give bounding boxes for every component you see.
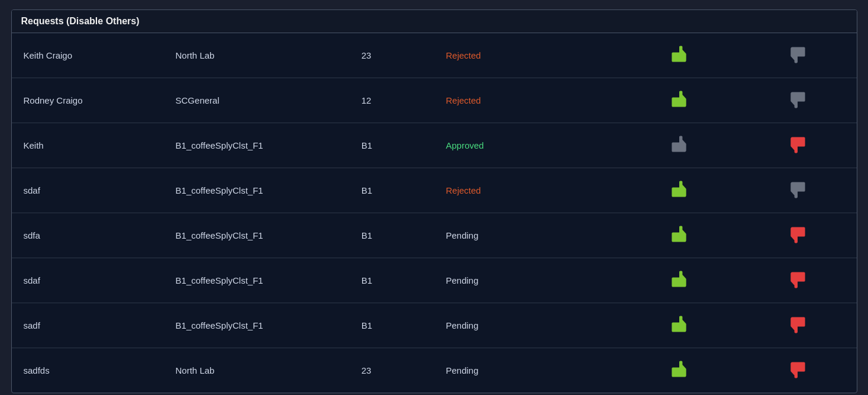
cell-location: North Lab <box>164 33 350 78</box>
thumb-down-icon[interactable] <box>787 89 808 110</box>
cell-thumb-up[interactable] <box>620 303 738 348</box>
cell-thumb-up[interactable] <box>620 168 738 213</box>
table-row: sdaf B1_coffeeSplyClst_F1 B1 Pending <box>12 258 857 303</box>
table-row: sadfds North Lab 23 Pending <box>12 348 857 393</box>
cell-name: Keith Craigo <box>12 33 164 78</box>
thumb-up-icon[interactable] <box>669 179 690 200</box>
thumb-down-icon[interactable] <box>787 314 808 335</box>
cell-status: Approved <box>434 123 619 168</box>
cell-thumb-down[interactable] <box>738 258 857 303</box>
thumb-up-icon[interactable] <box>669 314 690 335</box>
thumb-down-icon[interactable] <box>787 269 808 290</box>
cell-thumb-down[interactable] <box>738 303 857 348</box>
cell-name: sadf <box>12 303 164 348</box>
cell-name: sdaf <box>12 168 164 213</box>
table-row: Rodney Craigo SCGeneral 12 Rejected <box>12 78 857 123</box>
cell-location: B1_coffeeSplyClst_F1 <box>164 213 350 258</box>
cell-id: B1 <box>350 168 434 213</box>
cell-thumb-down[interactable] <box>738 78 857 123</box>
cell-location: B1_coffeeSplyClst_F1 <box>164 123 350 168</box>
cell-status: Pending <box>434 348 619 393</box>
requests-panel: Requests (Disable Others) Keith Craigo N… <box>11 9 857 393</box>
thumb-up-icon[interactable] <box>669 134 690 155</box>
cell-location: SCGeneral <box>164 78 350 123</box>
cell-name: sdfa <box>12 213 164 258</box>
cell-id: 12 <box>350 78 434 123</box>
cell-location: North Lab <box>164 348 350 393</box>
cell-id: B1 <box>350 123 434 168</box>
cell-thumb-up[interactable] <box>620 258 738 303</box>
cell-id: B1 <box>350 303 434 348</box>
cell-status: Pending <box>434 213 619 258</box>
cell-id: 23 <box>350 33 434 78</box>
cell-thumb-up[interactable] <box>620 78 738 123</box>
cell-location: B1_coffeeSplyClst_F1 <box>164 168 350 213</box>
cell-name: Rodney Craigo <box>12 78 164 123</box>
table-row: Keith B1_coffeeSplyClst_F1 B1 Approved <box>12 123 857 168</box>
cell-thumb-down[interactable] <box>738 348 857 393</box>
thumb-up-icon[interactable] <box>669 89 690 110</box>
table-row: sadf B1_coffeeSplyClst_F1 B1 Pending <box>12 303 857 348</box>
cell-name: sdaf <box>12 258 164 303</box>
thumb-down-icon[interactable] <box>787 359 808 380</box>
cell-thumb-up[interactable] <box>620 213 738 258</box>
cell-location: B1_coffeeSplyClst_F1 <box>164 258 350 303</box>
panel-header: Requests (Disable Others) <box>12 10 857 33</box>
thumb-up-icon[interactable] <box>669 44 690 65</box>
cell-thumb-down[interactable] <box>738 213 857 258</box>
cell-status: Pending <box>434 258 619 303</box>
thumb-down-icon[interactable] <box>787 44 808 65</box>
panel-title: Requests (Disable Others) <box>21 16 140 26</box>
cell-location: B1_coffeeSplyClst_F1 <box>164 303 350 348</box>
thumb-down-icon[interactable] <box>787 179 808 200</box>
table-row: sdfa B1_coffeeSplyClst_F1 B1 Pending <box>12 213 857 258</box>
cell-thumb-up[interactable] <box>620 348 738 393</box>
table-row: Keith Craigo North Lab 23 Rejected <box>12 33 857 78</box>
cell-thumb-down[interactable] <box>738 33 857 78</box>
cell-id: B1 <box>350 213 434 258</box>
cell-status: Rejected <box>434 78 619 123</box>
cell-status: Rejected <box>434 168 619 213</box>
requests-table: Keith Craigo North Lab 23 Rejected Rodne… <box>12 33 857 393</box>
cell-name: Keith <box>12 123 164 168</box>
thumb-down-icon[interactable] <box>787 134 808 155</box>
cell-thumb-up[interactable] <box>620 123 738 168</box>
thumb-up-icon[interactable] <box>669 269 690 290</box>
cell-status: Rejected <box>434 33 619 78</box>
cell-id: B1 <box>350 258 434 303</box>
thumb-up-icon[interactable] <box>669 359 690 380</box>
cell-thumb-down[interactable] <box>738 123 857 168</box>
table-row: sdaf B1_coffeeSplyClst_F1 B1 Rejected <box>12 168 857 213</box>
cell-thumb-down[interactable] <box>738 168 857 213</box>
cell-name: sadfds <box>12 348 164 393</box>
cell-id: 23 <box>350 348 434 393</box>
thumb-down-icon[interactable] <box>787 224 808 245</box>
cell-thumb-up[interactable] <box>620 33 738 78</box>
cell-status: Pending <box>434 303 619 348</box>
thumb-up-icon[interactable] <box>669 224 690 245</box>
